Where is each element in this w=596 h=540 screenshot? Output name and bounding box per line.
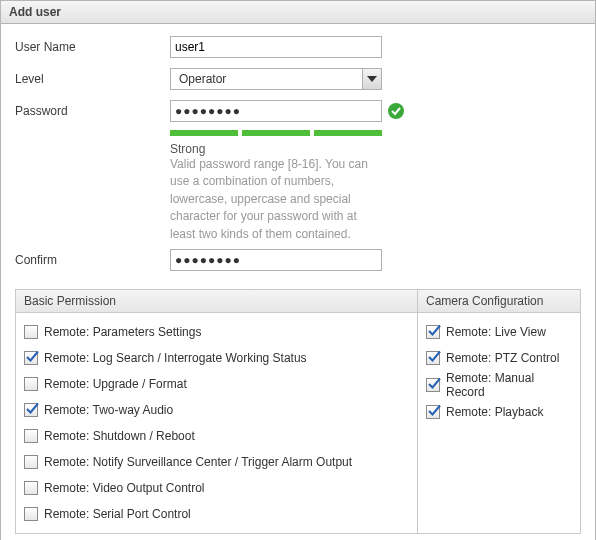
username-input[interactable] xyxy=(170,36,382,58)
permission-label: Remote: Log Search / Interrogate Working… xyxy=(44,351,307,365)
permission-label: Remote: Manual Record xyxy=(446,371,572,399)
confirm-label: Confirm xyxy=(15,253,170,267)
permission-checkbox[interactable] xyxy=(24,377,38,391)
level-value: Operator xyxy=(175,72,230,86)
password-input[interactable]: ●●●●●●●● xyxy=(170,100,382,122)
permission-checkbox[interactable] xyxy=(24,403,38,417)
form-area: User Name Level Operator Password xyxy=(1,24,595,285)
permission-label: Remote: Parameters Settings xyxy=(44,325,201,339)
strength-label: Strong xyxy=(170,142,382,156)
permission-label: Remote: Playback xyxy=(446,405,543,419)
permission-checkbox[interactable] xyxy=(426,378,440,392)
dialog-title: Add user xyxy=(1,1,595,24)
permission-checkbox[interactable] xyxy=(24,429,38,443)
confirm-input[interactable]: ●●●●●●●● xyxy=(170,249,382,271)
permission-item: Remote: Shutdown / Reboot xyxy=(24,423,409,449)
strength-segment xyxy=(170,130,238,136)
camera-configuration-header: Camera Configuration xyxy=(418,290,580,313)
permission-label: Remote: Live View xyxy=(446,325,546,339)
camera-configuration-column: Camera Configuration Remote: Live ViewRe… xyxy=(418,290,580,533)
permission-checkbox[interactable] xyxy=(426,325,440,339)
permission-checkbox[interactable] xyxy=(426,351,440,365)
password-strength: Strong Valid password range [8-16]. You … xyxy=(170,130,382,243)
permission-label: Remote: Upgrade / Format xyxy=(44,377,187,391)
permission-label: Remote: PTZ Control xyxy=(446,351,559,365)
permission-label: Remote: Notify Surveillance Center / Tri… xyxy=(44,455,352,469)
basic-permission-header: Basic Permission xyxy=(16,290,417,313)
add-user-dialog: Add user User Name Level Operator xyxy=(0,0,596,540)
permission-item: Remote: PTZ Control xyxy=(426,345,572,371)
level-label: Level xyxy=(15,72,170,86)
permission-checkbox[interactable] xyxy=(24,507,38,521)
permission-item: Remote: Upgrade / Format xyxy=(24,371,409,397)
password-label: Password xyxy=(15,104,170,118)
permission-label: Remote: Video Output Control xyxy=(44,481,205,495)
strength-segment xyxy=(242,130,310,136)
permission-item: Remote: Video Output Control xyxy=(24,475,409,501)
permissions-table: Basic Permission Remote: Parameters Sett… xyxy=(15,289,581,534)
level-select[interactable]: Operator xyxy=(170,68,382,90)
permission-item: Remote: Parameters Settings xyxy=(24,319,409,345)
permission-item: Remote: Notify Surveillance Center / Tri… xyxy=(24,449,409,475)
permission-item: Remote: Two-way Audio xyxy=(24,397,409,423)
check-ok-icon xyxy=(388,103,404,119)
permission-checkbox[interactable] xyxy=(24,325,38,339)
dropdown-button[interactable] xyxy=(362,69,381,89)
username-label: User Name xyxy=(15,40,170,54)
permission-checkbox[interactable] xyxy=(24,351,38,365)
strength-bar xyxy=(170,130,382,136)
chevron-down-icon xyxy=(367,76,377,82)
basic-permission-list: Remote: Parameters SettingsRemote: Log S… xyxy=(16,313,417,533)
permission-label: Remote: Serial Port Control xyxy=(44,507,191,521)
permission-checkbox[interactable] xyxy=(24,455,38,469)
permission-item: Remote: Live View xyxy=(426,319,572,345)
permission-item: Remote: Playback xyxy=(426,399,572,425)
camera-permission-list: Remote: Live ViewRemote: PTZ ControlRemo… xyxy=(418,313,580,431)
permission-item: Remote: Serial Port Control xyxy=(24,501,409,527)
permission-checkbox[interactable] xyxy=(426,405,440,419)
permission-item: Remote: Log Search / Interrogate Working… xyxy=(24,345,409,371)
permission-label: Remote: Two-way Audio xyxy=(44,403,173,417)
permission-checkbox[interactable] xyxy=(24,481,38,495)
permission-item: Remote: Manual Record xyxy=(426,371,572,399)
basic-permission-column: Basic Permission Remote: Parameters Sett… xyxy=(16,290,418,533)
permission-label: Remote: Shutdown / Reboot xyxy=(44,429,195,443)
strength-hint: Valid password range [8-16]. You can use… xyxy=(170,156,382,243)
strength-segment xyxy=(314,130,382,136)
